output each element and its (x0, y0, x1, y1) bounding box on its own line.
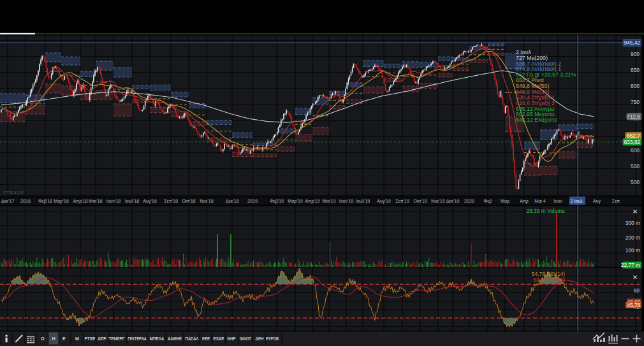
svg-text:645,12 Ελάχιστο: 645,12 Ελάχιστο (516, 117, 557, 123)
svg-text:Μαι 4: Μαι 4 (534, 199, 546, 204)
svg-text:Φεβ'19: Φεβ'19 (270, 199, 284, 204)
svg-text:ΕΥΡΩΒ: ΕΥΡΩΒ (266, 336, 279, 342)
svg-text:550: 550 (631, 163, 640, 169)
svg-text:200 m: 200 m (626, 234, 640, 241)
svg-text:ΕΕΕ: ΕΕΕ (202, 336, 210, 342)
svg-text:ΝΗΡ: ΝΗΡ (228, 336, 236, 342)
svg-text:ΓΕΚΤΕΡΝΑ: ΓΕΚΤΕΡΝΑ (128, 336, 147, 342)
svg-text:FTSE: FTSE (85, 336, 96, 342)
svg-text:Νοε'19: Νοε'19 (431, 199, 445, 204)
svg-text:Φεβ'18: Φεβ'18 (38, 199, 52, 204)
svg-text:Μαι'19: Μαι'19 (323, 199, 336, 204)
svg-text:300 m: 300 m (626, 220, 640, 226)
svg-text:Μ: Μ (75, 336, 79, 342)
svg-text:Δεκ'17: Δεκ'17 (1, 199, 15, 204)
svg-text:Ιουν'18: Ιουν'18 (106, 199, 121, 204)
svg-text:Η: Η (52, 336, 55, 342)
svg-text:Φεβ: Φεβ (484, 199, 492, 204)
svg-text:Ιουν: Ιουν (553, 199, 562, 204)
svg-text:ZTRADE: ZTRADE (3, 191, 25, 195)
svg-text:600: 600 (631, 147, 640, 154)
svg-text:652,7: 652,7 (627, 133, 640, 139)
svg-text:Μαι'18: Μαι'18 (89, 199, 103, 204)
svg-text:Ε: Ε (62, 336, 66, 342)
svg-text:Απρ'19: Απρ'19 (305, 199, 320, 204)
svg-text:Μαρ'18: Μαρ'18 (54, 199, 68, 204)
svg-text:Οκτ'19: Οκτ'19 (413, 199, 427, 204)
svg-text:45,78: 45,78 (627, 303, 641, 308)
svg-text:22,77 m: 22,77 m (621, 262, 640, 268)
svg-text:Νοε'18: Νοε'18 (200, 199, 214, 204)
svg-text:Αυγ'19: Αυγ'19 (377, 199, 390, 204)
svg-text:900: 900 (631, 51, 640, 57)
svg-text:Δεκ'18: Δεκ'18 (226, 199, 239, 204)
svg-text:Δεκ'19: Δεκ'19 (446, 199, 460, 204)
svg-text:Ιουλ'19: Ιουλ'19 (356, 199, 370, 204)
svg-text:ΔΕΗ: ΔΕΗ (256, 336, 264, 342)
svg-text:Αυγ: Αυγ (593, 199, 601, 204)
svg-text:Απρ: Απρ (520, 199, 529, 204)
svg-text:ΔΤΡ: ΔΤΡ (98, 336, 106, 342)
svg-text:800: 800 (631, 83, 640, 89)
svg-text:750: 750 (631, 99, 640, 105)
svg-text:ΠΑΣΑΛ: ΠΑΣΑΛ (186, 336, 199, 342)
svg-text:ΤΕΝΕΡΓ: ΤΕΝΕΡΓ (108, 336, 125, 342)
svg-text:Ιουλ'18: Ιουλ'18 (125, 199, 140, 204)
svg-text:Οκτ'18: Οκτ'18 (182, 199, 195, 204)
svg-text:945,42: 945,42 (624, 40, 640, 46)
svg-text:Σεπ: Σεπ (612, 199, 620, 204)
svg-text:Σεπ'19: Σεπ'19 (395, 199, 409, 204)
svg-text:Μαρ: Μαρ (501, 199, 509, 204)
svg-text:Απρ'18: Απρ'18 (73, 199, 88, 204)
svg-text:ΕΧΑΕ: ΕΧΑΕ (214, 336, 224, 342)
svg-text:850: 850 (631, 67, 640, 73)
svg-text:53,55 Me(30): 53,55 Me(30) (533, 277, 565, 283)
svg-text:2 Ιουλ: 2 Ιουλ (570, 199, 583, 204)
svg-text:28,39 m Volume: 28,39 m Volume (526, 208, 565, 214)
svg-text:Αυγ'18: Αυγ'18 (143, 199, 156, 204)
svg-text:Ιουν'19: Ιουν'19 (339, 199, 354, 204)
svg-text:Σεπ'18: Σεπ'18 (164, 199, 178, 204)
svg-text:Ω: Ω (41, 336, 45, 342)
svg-text:2020: 2020 (464, 199, 474, 204)
svg-text:712,6: 712,6 (627, 113, 640, 120)
svg-text:633,62: 633,62 (624, 139, 640, 145)
svg-text:ΜΠΕΛΑ: ΜΠΕΛΑ (150, 336, 164, 342)
svg-text:2019: 2019 (247, 199, 258, 204)
svg-text:2018: 2018 (20, 199, 31, 204)
svg-text:ΙΝΛΟΤ: ΙΝΛΟΤ (240, 336, 251, 342)
svg-text:100 m: 100 m (626, 247, 640, 254)
svg-text:ΑΔΜΗΕ: ΑΔΜΗΕ (168, 336, 182, 342)
svg-text:60: 60 (634, 287, 640, 294)
svg-text:500: 500 (631, 179, 640, 185)
svg-text:Μαρ'19: Μαρ'19 (288, 199, 302, 204)
